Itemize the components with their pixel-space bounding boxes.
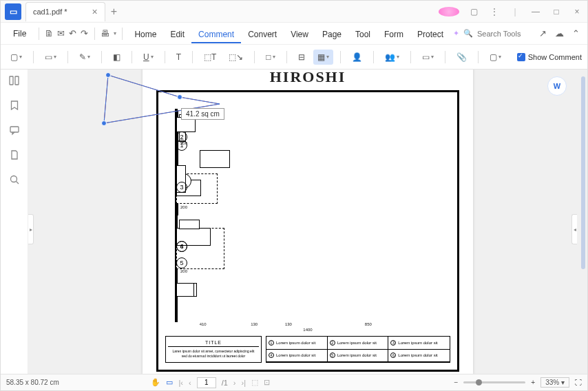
checkbox-icon <box>517 53 525 61</box>
last-page-icon[interactable]: ›| <box>242 379 246 387</box>
coords-readout: 58.35 x 80.72 cm <box>6 379 59 386</box>
measure-area-tool[interactable]: ▦▾ <box>313 50 333 65</box>
menu-comment[interactable]: Comment <box>191 27 241 43</box>
textbox-tool[interactable]: ⬚T <box>200 50 220 65</box>
signature-tool[interactable]: 👥▾ <box>381 50 403 65</box>
expand-left-panel[interactable]: ▸ <box>28 214 34 244</box>
close-button[interactable]: × <box>567 7 587 17</box>
legend: 1Lorem ipsum dolor sit2Lorem ipsum dolor… <box>266 336 450 363</box>
chevron-up-icon[interactable]: ⌃ <box>569 28 582 39</box>
account-icon[interactable] <box>439 7 459 17</box>
zoom-out-icon[interactable]: − <box>454 379 459 386</box>
mail-icon[interactable]: ✉ <box>56 28 65 39</box>
redo-icon[interactable]: ↷ <box>80 28 89 39</box>
measurement-readout: 41.2 sq cm <box>181 108 224 120</box>
prev-page-icon[interactable]: ‹ <box>189 379 191 387</box>
fullscreen-icon[interactable]: ⛶ <box>575 379 582 386</box>
first-page-icon[interactable]: |‹ <box>178 379 183 387</box>
page-input[interactable] <box>197 377 216 388</box>
thumbnails-icon[interactable] <box>9 75 20 86</box>
search-icon: 🔍 <box>463 29 473 38</box>
attachments-icon[interactable] <box>9 149 20 160</box>
new-tab-button[interactable]: + <box>111 6 117 18</box>
callout-tool[interactable]: ⬚↘ <box>224 50 247 65</box>
svg-point-3 <box>10 176 17 182</box>
scrollbar[interactable] <box>581 76 585 269</box>
show-comment-toggle[interactable]: Show Comment <box>517 53 582 61</box>
menu-view[interactable]: View <box>284 27 315 42</box>
measure-handle[interactable] <box>177 94 182 100</box>
comments-icon[interactable] <box>9 125 20 136</box>
note-tool[interactable]: ▢▾ <box>6 50 26 65</box>
undo-icon[interactable]: ↶ <box>68 28 77 39</box>
menu-home[interactable]: Home <box>127 27 163 42</box>
legend-item: 2Lorem ipsum dolor sit <box>328 337 389 350</box>
search-input[interactable] <box>477 30 532 38</box>
legend-item: 1Lorem ipsum dolor sit <box>266 337 328 350</box>
text-tool[interactable]: T <box>172 50 185 65</box>
titlebar: ▭ cad1.pdf * × + ▢ ⋮ | — □ × <box>1 1 587 23</box>
search-panel-icon[interactable] <box>9 174 20 185</box>
shape-tool[interactable]: □▾ <box>262 50 279 65</box>
measure-distance-tool[interactable]: ⊟ <box>294 50 309 65</box>
more-tool[interactable]: ▢▾ <box>485 50 505 65</box>
bookmarks-icon[interactable] <box>9 100 20 111</box>
statusbar: 58.35 x 80.72 cm ✋ ▭ |‹ ‹ /1 › ›| ⬚ ⊡ − … <box>1 374 587 390</box>
comment-toolbar: ▢▾ ▭▾ ✎▾ ◧ U▾ T ⬚T ⬚↘ □▾ ⊟ ▦▾ 👤 👥▾ ▭▾ 📎 … <box>1 45 587 70</box>
zoom-level[interactable]: 33% ▾ <box>540 377 569 388</box>
app-icon: ▭ <box>5 3 21 20</box>
underline-tool[interactable]: U▾ <box>139 50 158 65</box>
menu-form[interactable]: Form <box>377 27 410 42</box>
svg-rect-2 <box>10 127 19 132</box>
svg-rect-0 <box>10 76 13 85</box>
menu-tool[interactable]: Tool <box>348 27 377 42</box>
kebab-icon[interactable]: ⋮ <box>484 7 505 17</box>
tab-title: cad1.pdf * <box>33 8 67 16</box>
hand-tool-icon[interactable]: ✋ <box>151 378 160 387</box>
page-total: /1 <box>222 379 228 387</box>
legend-item: 5Lorem ipsum dolor sit <box>328 350 389 363</box>
cloud-icon[interactable]: ☁ <box>553 28 565 39</box>
ai-icon[interactable]: ✦ <box>453 29 459 38</box>
measure-handle[interactable] <box>101 120 107 126</box>
menu-page[interactable]: Page <box>315 27 348 42</box>
legend-item: 6Lorem ipsum dolor sit <box>388 350 450 363</box>
save-icon[interactable]: 🗎 <box>45 28 54 39</box>
select-tool-icon[interactable]: ▭ <box>166 378 173 387</box>
menubar: File 🗎 ✉ ↶ ↷ 🖶 ▾ HomeEditCommentConvertV… <box>1 23 587 45</box>
notify-icon[interactable]: ▢ <box>463 7 484 17</box>
left-rail <box>1 70 28 374</box>
doc-title: HIROSHI <box>156 70 459 86</box>
zoom-in-icon[interactable]: + <box>531 379 535 386</box>
maximize-button[interactable]: □ <box>546 7 567 17</box>
next-page-icon[interactable]: › <box>233 379 236 387</box>
canvas[interactable]: W 41.2 sq cm HIROSHI 1400 420 450 520 <box>28 70 587 374</box>
pencil-tool[interactable]: ✎▾ <box>75 50 94 65</box>
file-menu[interactable]: File <box>6 29 33 39</box>
svg-line-4 <box>16 182 19 184</box>
tab-close-icon[interactable]: × <box>92 6 98 17</box>
share-icon[interactable]: ↗ <box>536 28 549 39</box>
minimize-button[interactable]: — <box>525 7 546 17</box>
expand-right-panel[interactable]: ◂ <box>571 214 577 244</box>
measure-handle[interactable] <box>105 72 111 78</box>
eraser-tool[interactable]: ◧ <box>109 50 125 65</box>
fit-width-icon[interactable]: ⬚ <box>251 378 258 387</box>
menu-convert[interactable]: Convert <box>241 27 284 42</box>
svg-rect-1 <box>15 76 19 85</box>
legend-item: 4Lorem ipsum dolor sit <box>266 350 328 363</box>
fit-page-icon[interactable]: ⊡ <box>264 378 270 387</box>
attachment-tool[interactable]: 📎 <box>452 50 471 65</box>
cloud-tool[interactable]: ▭▾ <box>418 50 438 65</box>
title-block: TITLE Laren ipsum dolor sit amet, consec… <box>165 336 262 363</box>
legend-item: 3Lorem ipsum dolor sit <box>388 337 450 350</box>
word-export-button[interactable]: W <box>547 76 567 96</box>
stamp-person-tool[interactable]: 👤 <box>348 50 366 65</box>
stamp-tool[interactable]: ▭▾ <box>41 50 61 65</box>
menu-protect[interactable]: Protect <box>410 27 450 42</box>
menu-edit[interactable]: Edit <box>163 27 191 42</box>
document-tab[interactable]: cad1.pdf * × <box>25 2 105 21</box>
print-icon[interactable]: 🖶 <box>101 28 109 39</box>
zoom-slider[interactable] <box>463 381 525 383</box>
